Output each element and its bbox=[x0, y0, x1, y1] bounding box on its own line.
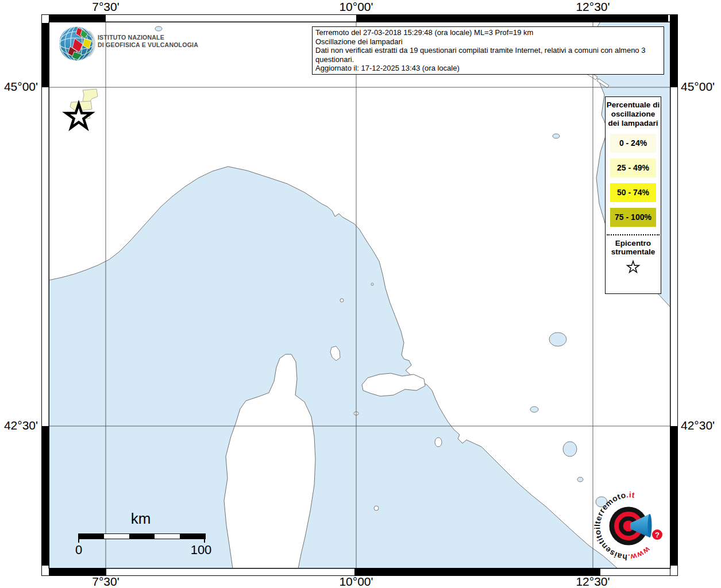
legend-class-label: 50 - 74% bbox=[617, 188, 649, 197]
scale-tick-start bbox=[78, 539, 79, 543]
scale-tick-end bbox=[204, 539, 205, 543]
legend-separator bbox=[607, 234, 660, 235]
legend-class-0-24: 0 - 24% bbox=[610, 134, 656, 153]
macroseismic-map-page: 7°30' 10°00' 12°30' 7°30' 10°00' 12°30' … bbox=[0, 0, 721, 588]
lat-label-right-4230: 42°30' bbox=[681, 419, 721, 432]
scale-bar-segments bbox=[78, 533, 206, 539]
event-title: Terremoto del 27-03-2018 15:29:48 (ora l… bbox=[315, 28, 661, 37]
lon-label-bottom-1230: 12°30' bbox=[558, 575, 627, 588]
lon-label-bottom-730: 7°30' bbox=[71, 575, 140, 588]
lon-label-top-1000: 10°00' bbox=[322, 0, 391, 14]
watermark-www: www. bbox=[627, 545, 653, 562]
map-canvas bbox=[41, 14, 678, 576]
question-badge: ? bbox=[652, 529, 662, 540]
lat-label-right-4500: 45°00' bbox=[681, 80, 721, 94]
ingv-name-line2: DI GEOFISICA E VULCANOLOGIA bbox=[98, 41, 198, 49]
lat-label-left-4230: 42°30' bbox=[0, 419, 38, 432]
legend-class-label: 75 - 100% bbox=[615, 212, 651, 222]
legend-class-50-74: 50 - 74% bbox=[610, 183, 656, 202]
legend-box: Percentuale di oscillazione dei lampadar… bbox=[605, 96, 661, 294]
legend-class-25-49: 25 - 49% bbox=[610, 158, 656, 177]
ingv-logo-globe bbox=[59, 26, 95, 63]
legend-class-label: 25 - 49% bbox=[617, 163, 649, 172]
legend-epicenter-label: Epicentro strumentale bbox=[606, 239, 661, 256]
scale-max: 100 bbox=[185, 543, 217, 558]
legend-title: Percentuale di oscillazione dei lampadar… bbox=[606, 100, 661, 128]
lon-label-bottom-1000: 10°00' bbox=[322, 575, 391, 588]
scale-min: 0 bbox=[71, 543, 87, 558]
event-info-box: Terremoto del 27-03-2018 15:29:48 (ora l… bbox=[312, 26, 664, 75]
haisentitoilterremoto-logo: www.haisentitoilterremoto.it ? bbox=[592, 489, 666, 562]
scale-unit: km bbox=[72, 510, 210, 528]
scale-segment bbox=[104, 534, 129, 539]
legend-class-75-100: 75 - 100% bbox=[610, 208, 656, 227]
lon-label-top-730: 7°30' bbox=[71, 0, 140, 14]
scale-segment bbox=[155, 534, 180, 539]
ingv-logo-text: ISTITUTO NAZIONALE DI GEOFISICA E VULCAN… bbox=[98, 34, 198, 48]
scale-segment bbox=[129, 534, 155, 539]
event-updated: Aggiornato il: 17-12-2025 13:43 (ora loc… bbox=[315, 64, 661, 73]
epicenter-star-icon bbox=[625, 259, 641, 275]
event-effect: Oscillazione dei lampadari bbox=[315, 37, 661, 47]
lon-label-top-1230: 12°30' bbox=[558, 0, 627, 14]
watermark-tld: .it bbox=[626, 490, 635, 500]
scale-segment bbox=[79, 534, 104, 539]
question-mark: ? bbox=[655, 531, 660, 539]
lat-label-left-4500: 45°00' bbox=[0, 80, 38, 94]
scale-bar: km 0 100 bbox=[72, 510, 210, 562]
legend-class-label: 0 - 24% bbox=[619, 138, 647, 148]
event-disclaimer: Dati non verificati estratti da 19 quest… bbox=[315, 46, 661, 64]
ingv-name-line1: ISTITUTO NAZIONALE bbox=[98, 34, 198, 41]
scale-segment bbox=[180, 534, 205, 539]
